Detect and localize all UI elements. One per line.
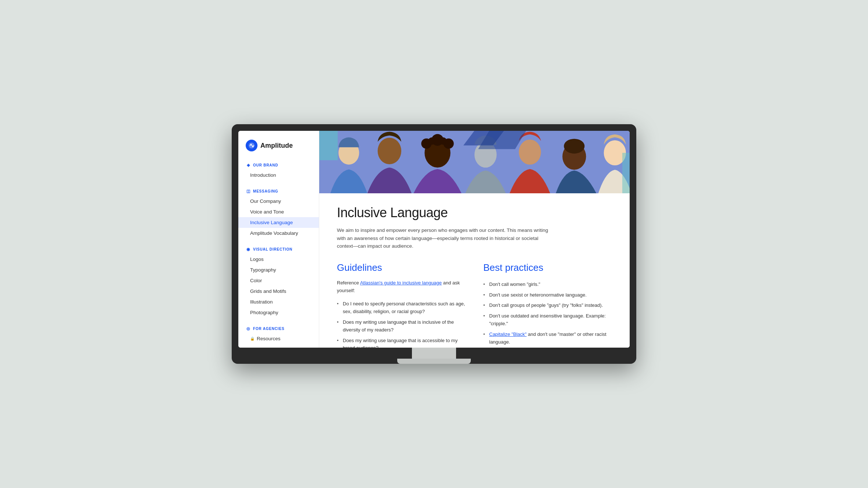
svg-point-13	[564, 139, 584, 154]
nav-item-inclusive-language[interactable]: Inclusive Language	[238, 217, 319, 228]
messaging-icon: ◫	[246, 189, 251, 194]
svg-point-9	[440, 137, 447, 145]
visual-direction-icon: ◉	[246, 247, 251, 252]
app-container: Amplitude ◈ OUR BRAND Introduction ◫ MES…	[238, 131, 630, 348]
nav-section-header-our-brand: ◈ OUR BRAND	[238, 160, 319, 170]
stand-base	[397, 359, 471, 364]
nav-item-resources[interactable]: 🔒 Resources	[238, 333, 319, 344]
capitalize-black-link[interactable]: Capitalize "Black"	[489, 331, 527, 337]
nav-item-amplitude-vocabulary[interactable]: Amplitude Vocabulary	[238, 228, 319, 238]
svg-point-8	[428, 137, 435, 145]
nav-section-for-agencies: ◎ FOR AGENCIES 🔒 Resources	[238, 324, 319, 344]
guideline-item-3: Does my writing use language that is acc…	[337, 336, 466, 348]
nav-item-voice-and-tone[interactable]: Voice and Tone	[238, 207, 319, 217]
app-name: Amplitude	[260, 142, 293, 150]
amplitude-logo-icon	[246, 140, 257, 151]
svg-point-3	[378, 138, 401, 164]
best-practices-list: Don't call women "girls." Don't use sexi…	[483, 279, 612, 348]
guidelines-section: Guidelines Reference Atlassian's guide t…	[337, 262, 466, 348]
best-practice-item-1: Don't call women "girls."	[483, 279, 612, 290]
nav-item-typography[interactable]: Typography	[238, 265, 319, 275]
guidelines-heading: Guidelines	[337, 262, 466, 273]
monitor-frame: Amplitude ◈ OUR BRAND Introduction ◫ MES…	[232, 124, 636, 364]
atlassian-guide-link[interactable]: Atlassian's guide to inclusive language	[360, 280, 442, 286]
best-practice-item-5: Capitalize "Black" and don't use "master…	[483, 329, 612, 348]
nav-item-introduction[interactable]: Introduction	[238, 170, 319, 180]
page-intro: We aim to inspire and empower every pers…	[337, 226, 550, 250]
best-practice-item-4: Don't use outdated and insensitive langu…	[483, 311, 612, 329]
guidelines-list: Do I need to specify personal characteri…	[337, 299, 466, 348]
best-practices-heading: Best practices	[483, 262, 612, 273]
stand-neck	[412, 348, 456, 359]
nav-section-header-messaging: ◫ MESSAGING	[238, 186, 319, 196]
two-column-layout: Guidelines Reference Atlassian's guide t…	[337, 262, 612, 348]
svg-point-11	[519, 140, 541, 165]
nav-section-header-agencies: ◎ FOR AGENCIES	[238, 324, 319, 333]
guideline-item-2: Does my writing use language that is inc…	[337, 317, 466, 336]
nav-section-messaging: ◫ MESSAGING Our Company Voice and Tone I…	[238, 186, 319, 238]
page-title: Inclusive Language	[337, 205, 612, 220]
best-practices-section: Best practices Don't call women "girls."…	[483, 262, 612, 348]
nav-section-our-brand: ◈ OUR BRAND Introduction	[238, 160, 319, 180]
main-content: Inclusive Language We aim to inspire and…	[319, 131, 630, 348]
monitor-stand	[238, 348, 630, 364]
nav-item-photography[interactable]: Photography	[238, 307, 319, 318]
nav-item-our-company[interactable]: Our Company	[238, 196, 319, 207]
nav-section-header-visual: ◉ VISUAL DIRECTION	[238, 244, 319, 254]
screen: Amplitude ◈ OUR BRAND Introduction ◫ MES…	[238, 131, 630, 348]
best-practice-item-6: Don't use violent language. Examples: "w…	[483, 347, 612, 348]
hero-banner	[319, 131, 630, 193]
nav-section-visual-direction: ◉ VISUAL DIRECTION Logos Typography Colo…	[238, 244, 319, 318]
guideline-item-1: Do I need to specify personal characteri…	[337, 299, 466, 317]
nav-item-logos[interactable]: Logos	[238, 254, 319, 265]
nav-item-grids-and-motifs[interactable]: Grids and Motifs	[238, 286, 319, 297]
hero-illustration	[319, 131, 630, 193]
svg-rect-16	[622, 153, 630, 193]
lock-icon: 🔒	[250, 337, 255, 341]
guidelines-intro: Reference Atlassian's guide to inclusive…	[337, 279, 466, 295]
nav-item-color[interactable]: Color	[238, 275, 319, 286]
svg-rect-15	[319, 131, 338, 160]
our-brand-icon: ◈	[246, 162, 251, 168]
content-area: Inclusive Language We aim to inspire and…	[319, 193, 630, 348]
nav-item-illustration[interactable]: Illustration	[238, 297, 319, 307]
for-agencies-icon: ◎	[246, 326, 251, 331]
best-practice-item-2: Don't use sexist or heteronormative lang…	[483, 290, 612, 301]
logo-area[interactable]: Amplitude	[238, 140, 319, 160]
sidebar: Amplitude ◈ OUR BRAND Introduction ◫ MES…	[238, 131, 319, 348]
best-practice-item-3: Don't call groups of people "guys" (try …	[483, 300, 612, 311]
